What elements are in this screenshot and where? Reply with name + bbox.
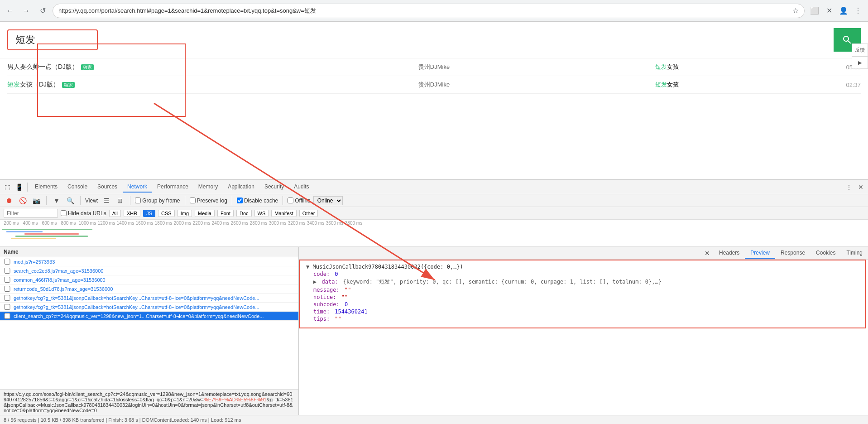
details-tab-preview[interactable]: Preview [745, 248, 775, 259]
search-input-wrapper [7, 29, 98, 50]
hide-data-urls-label[interactable]: Hide data URLs [61, 210, 106, 217]
search-input[interactable] [15, 34, 88, 46]
reload-button[interactable]: ↺ [36, 5, 49, 17]
star-icon[interactable]: ☆ [792, 6, 799, 15]
row-checkbox-5[interactable] [4, 295, 11, 301]
menu-icon[interactable]: ⋮ [852, 5, 864, 17]
tab-sources[interactable]: Sources [93, 182, 122, 193]
offline-checkbox[interactable] [288, 198, 293, 203]
filter-other-btn[interactable]: Other [299, 210, 318, 217]
profile-icon[interactable]: 👤 [837, 5, 850, 17]
video-button[interactable]: ▶ [852, 57, 868, 69]
forward-button[interactable]: → [20, 5, 33, 17]
filter-img-btn[interactable]: Img [177, 210, 192, 217]
details-close-button[interactable]: ✕ [705, 250, 710, 257]
row-checkbox-1[interactable] [4, 259, 11, 265]
devtools-close-icon[interactable]: ✕ [855, 182, 866, 193]
tab-network[interactable]: Network [123, 182, 152, 193]
json-subcode-value: 0 [345, 301, 348, 308]
clear-button[interactable]: 🚫 [17, 195, 28, 206]
table-row[interactable]: returncode_50d1d78.js?max_age=31536000 [0, 284, 298, 294]
json-time-value: 1544360241 [335, 308, 367, 315]
filter-css-btn[interactable]: CSS [158, 210, 175, 217]
tl-label-400: 400 ms [21, 221, 40, 226]
details-tab-headers[interactable]: Headers [714, 248, 745, 259]
extension-icon[interactable]: ⬜ [808, 5, 821, 17]
inspect-element-icon[interactable]: ⬚ [2, 182, 13, 193]
grid-view-button[interactable]: ⊞ [115, 195, 125, 206]
separator-1 [27, 183, 28, 192]
row-checkbox-3[interactable] [4, 277, 11, 283]
details-tab-timing[interactable]: Timing [841, 248, 868, 259]
timeline-bars [2, 228, 292, 246]
camera-button[interactable]: 📷 [31, 195, 42, 206]
json-data-arrow[interactable]: ▶ [313, 279, 317, 285]
row-checkbox-2[interactable] [4, 268, 11, 274]
disable-cache-checkbox[interactable] [237, 198, 243, 203]
row-checkbox-7[interactable] [4, 313, 11, 319]
details-panel: ✕ Headers Preview Response Cookies Timin… [299, 247, 868, 415]
tab-elements[interactable]: Elements [30, 182, 62, 193]
request-name-2: search_cce2ed8.js?max_age=31536000 [14, 268, 295, 274]
address-bar[interactable]: https://y.qq.com/portal/search.html#page… [53, 4, 805, 18]
tab-memory[interactable]: Memory [194, 182, 222, 193]
tab-application[interactable]: Application [223, 182, 259, 193]
chrome-icons: ⬜ ✕ 👤 ⋮ [808, 5, 864, 17]
hide-data-urls-checkbox[interactable] [61, 210, 67, 216]
json-callback-name: MusicJsonCallback9780431834430032({code:… [312, 264, 463, 270]
table-row[interactable]: gethotkey.fcg?g_tk=5381&jsonpCallback=ho… [0, 294, 298, 303]
close-tab-icon[interactable]: ✕ [823, 5, 835, 17]
tl-label-1600: 1600 ms [135, 221, 154, 226]
music-item: 男人要么帅一点（DJ版）独家 贵州DJMike 短发女孩 05:12 [7, 58, 861, 76]
tab-console[interactable]: Console [63, 182, 92, 193]
tl-label-3200: 3200 ms [287, 221, 306, 226]
offline-label[interactable]: Offline [288, 198, 310, 204]
filter-xhr-btn[interactable]: XHR [124, 210, 140, 217]
preserve-log-label[interactable]: Preserve log [190, 198, 227, 204]
filter-button[interactable]: ▼ [51, 195, 62, 206]
row-checkbox-4[interactable] [4, 286, 11, 292]
filter-js-btn[interactable]: JS [143, 210, 155, 217]
details-tab-response[interactable]: Response [775, 248, 810, 259]
filter-all-btn[interactable]: All [109, 210, 121, 217]
devtools-more-icon[interactable]: ⋮ [844, 182, 854, 193]
tab-performance[interactable]: Performance [153, 182, 193, 193]
requests-panel: Name mod.js?r=2573933 search_cce2ed8.js?… [0, 247, 299, 415]
json-data-key: data: [321, 279, 338, 285]
record-button[interactable]: ⏺ [4, 195, 14, 206]
back-button[interactable]: ← [4, 5, 16, 17]
json-tips-key: tips: [313, 316, 330, 322]
table-row[interactable]: gethotkey.fcg?g_tk=5381&jsonpCallback=ho… [0, 303, 298, 312]
list-view-button[interactable]: ☰ [101, 195, 112, 206]
filter-doc-btn[interactable]: Doc [236, 210, 252, 217]
table-row[interactable]: mod.js?r=2573933 [0, 257, 298, 266]
network-search-button[interactable]: 🔍 [65, 195, 76, 206]
group-by-frame-label[interactable]: Group by frame [135, 198, 180, 204]
group-by-frame-checkbox[interactable] [135, 198, 141, 203]
table-row-selected[interactable]: client_search_cp?ct=24&qqmusic_ver=1298&… [0, 312, 298, 321]
feedback-button[interactable]: 反馈 [852, 43, 868, 57]
disable-cache-label[interactable]: Disable cache [237, 198, 278, 204]
filter-font-btn[interactable]: Font [217, 210, 234, 217]
details-tab-cookies[interactable]: Cookies [810, 248, 841, 259]
music-artist-2: 贵州DJMike [317, 81, 550, 89]
table-row[interactable]: search_cce2ed8.js?max_age=31536000 [0, 266, 298, 275]
tab-audits[interactable]: Audits [289, 182, 313, 193]
throttle-select[interactable]: Online [313, 196, 343, 205]
separator-2 [46, 196, 47, 205]
filter-manifest-btn[interactable]: Manifest [271, 210, 297, 217]
devtools-tabs: ⬚ 📱 Elements Console Sources Network Per… [0, 180, 868, 194]
json-tips-line: tips: "" [302, 315, 864, 323]
preserve-log-checkbox[interactable] [190, 198, 196, 203]
filter-media-btn[interactable]: Media [195, 210, 215, 217]
status-text: 8 / 56 requests | 10.5 KB / 398 KB trans… [4, 417, 241, 423]
network-main: Name mod.js?r=2573933 search_cce2ed8.js?… [0, 247, 868, 415]
separator-5 [185, 196, 185, 205]
tab-security[interactable]: Security [260, 182, 288, 193]
device-toolbar-icon[interactable]: 📱 [14, 182, 24, 193]
filter-ws-btn[interactable]: WS [254, 210, 269, 217]
table-row[interactable]: common_466f7f8.js?max_age=31536000 [0, 275, 298, 284]
filter-input[interactable] [4, 209, 58, 218]
page-content: 男人要么帅一点（DJ版）独家 贵州DJMike 短发女孩 05:12 短发女孩（… [0, 22, 868, 424]
row-checkbox-6[interactable] [4, 304, 11, 310]
